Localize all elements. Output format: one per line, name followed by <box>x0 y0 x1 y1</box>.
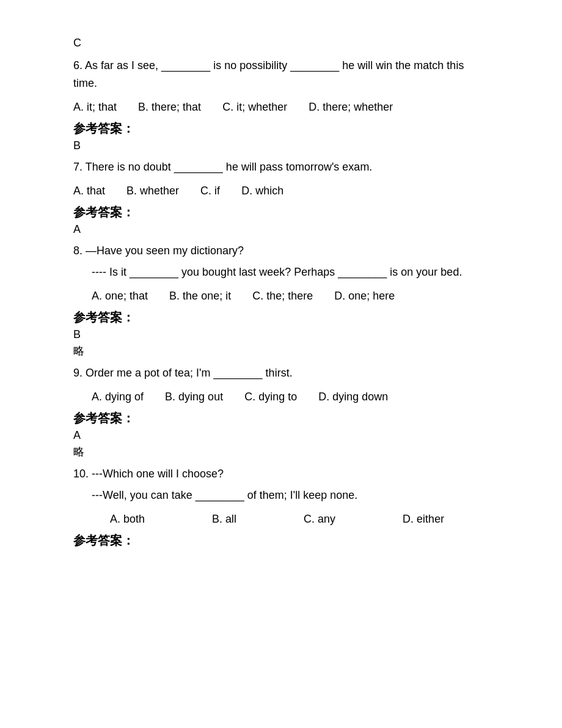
question-6-option-d: D. there; whether <box>308 101 393 113</box>
top-answer: C <box>73 37 489 50</box>
question-6-text: 6. As far as I see, ________ is no possi… <box>73 57 489 92</box>
question-6-option-c: C. it; whether <box>222 101 287 113</box>
question-10-subtext: ---Well, you can take ________ of them; … <box>92 487 489 504</box>
question-6-ref-label: 参考答案： <box>73 120 489 137</box>
question-9-option-a: A. dying of <box>92 391 144 403</box>
question-7-answer: A <box>73 223 489 236</box>
question-6-option-a: A. it; that <box>73 101 117 113</box>
question-10-ref-label: 参考答案： <box>73 532 489 549</box>
question-6-section: 6. As far as I see, ________ is no possi… <box>73 57 489 152</box>
question-10-option-b: B. all <box>212 509 236 529</box>
question-7-option-c: C. if <box>200 185 220 197</box>
question-8-option-a: A. one; that <box>92 290 148 302</box>
question-9-text: 9. Order me a pot of tea; I'm ________ t… <box>73 364 489 382</box>
question-7-section: 7. There is no doubt ________ he will pa… <box>73 158 489 236</box>
question-8-note: 略 <box>73 344 489 358</box>
question-6-answer: B <box>73 139 489 152</box>
question-10-option-a: A. both <box>110 509 145 529</box>
question-8-answer: B <box>73 328 489 341</box>
question-8-section: 8. —Have you seen my dictionary? ---- Is… <box>73 242 489 358</box>
question-8-option-d: D. one; here <box>334 290 395 302</box>
question-8-option-b: B. the one; it <box>169 290 231 302</box>
question-10-option-c: C. any <box>304 509 335 529</box>
question-7-text: 7. There is no doubt ________ he will pa… <box>73 158 489 176</box>
question-9-section: 9. Order me a pot of tea; I'm ________ t… <box>73 364 489 459</box>
top-answer-section: C <box>73 37 489 50</box>
question-9-note: 略 <box>73 444 489 459</box>
question-7-option-b: B. whether <box>126 185 179 197</box>
question-10-option-d: D. either <box>403 509 444 529</box>
question-8-text: 8. —Have you seen my dictionary? <box>73 242 489 260</box>
question-9-options: A. dying of B. dying out C. dying to D. … <box>92 387 489 406</box>
question-6-options: A. it; that B. there; that C. it; whethe… <box>73 97 489 117</box>
question-7-option-a: A. that <box>73 185 105 197</box>
question-8-options: A. one; that B. the one; it C. the; ther… <box>92 286 489 306</box>
question-10-text: 10. ---Which one will I choose? <box>73 465 489 483</box>
question-7-options: A. that B. whether C. if D. which <box>73 181 489 200</box>
question-10-options: A. both B. all C. any D. either <box>110 509 489 529</box>
question-9-ref-label: 参考答案： <box>73 410 489 427</box>
question-9-option-c: C. dying to <box>244 391 297 403</box>
question-10-section: 10. ---Which one will I choose? ---Well,… <box>73 465 489 549</box>
question-6-option-b: B. there; that <box>138 101 201 113</box>
question-9-option-b: B. dying out <box>165 391 223 403</box>
question-8-option-c: C. the; there <box>252 290 313 302</box>
question-9-answer: A <box>73 429 489 442</box>
question-9-option-d: D. dying down <box>318 391 388 403</box>
question-7-ref-label: 参考答案： <box>73 204 489 221</box>
question-8-subtext: ---- Is it ________ you bought last week… <box>92 263 489 281</box>
question-8-ref-label: 参考答案： <box>73 309 489 326</box>
question-7-option-d: D. which <box>241 185 283 197</box>
